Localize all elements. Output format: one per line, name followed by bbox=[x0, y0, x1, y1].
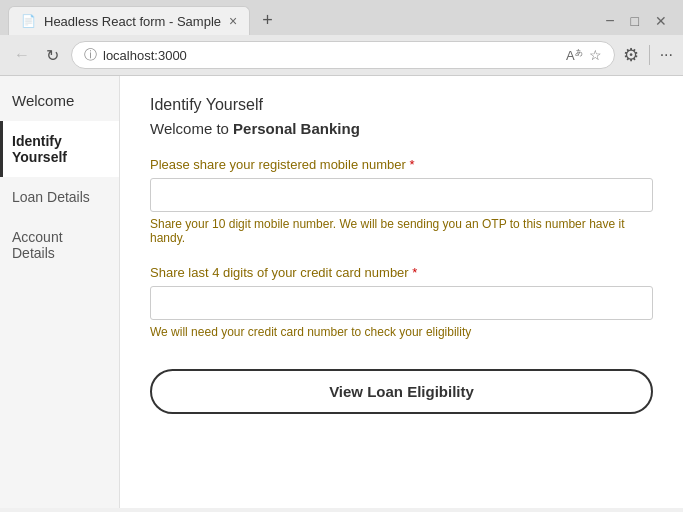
url-info-icon[interactable]: ⓘ bbox=[84, 46, 97, 64]
translate-icon[interactable]: Aあ bbox=[566, 47, 583, 63]
url-text[interactable]: localhost:3000 bbox=[103, 48, 560, 63]
back-button[interactable]: ← bbox=[10, 42, 34, 68]
subtitle-brand: Personal Banking bbox=[233, 120, 360, 137]
submit-button[interactable]: View Loan Eligibility bbox=[150, 369, 653, 414]
mobile-number-label: Please share your registered mobile numb… bbox=[150, 157, 653, 172]
new-tab-button[interactable]: + bbox=[254, 6, 281, 35]
required-star-2: * bbox=[412, 265, 417, 280]
required-star-1: * bbox=[409, 157, 414, 172]
mobile-number-input[interactable] bbox=[150, 178, 653, 212]
close-window-button[interactable]: ✕ bbox=[647, 13, 675, 29]
form-subtitle: Welcome to Personal Banking bbox=[150, 120, 653, 137]
page: Welcome Identify Yourself Loan Details A… bbox=[0, 76, 683, 508]
credit-card-hint: We will need your credit card number to … bbox=[150, 325, 653, 339]
restore-button[interactable]: □ bbox=[623, 13, 647, 29]
tab-title: Headless React form - Sample bbox=[44, 14, 221, 29]
bookmark-icon[interactable]: ☆ bbox=[589, 47, 602, 63]
sidebar-item-identify-yourself[interactable]: Identify Yourself bbox=[0, 121, 119, 177]
credit-card-input[interactable] bbox=[150, 286, 653, 320]
form-title: Identify Yourself bbox=[150, 96, 653, 114]
main-content: Identify Yourself Welcome to Personal Ba… bbox=[120, 76, 683, 508]
url-bar: ⓘ localhost:3000 Aあ ☆ bbox=[71, 41, 615, 69]
browser-menu-button[interactable]: ··· bbox=[660, 46, 673, 64]
subtitle-prefix: Welcome to bbox=[150, 120, 233, 137]
active-tab[interactable]: 📄 Headless React form - Sample × bbox=[8, 6, 250, 35]
settings-icon[interactable]: ⚙ bbox=[623, 44, 639, 66]
sidebar-item-account-details[interactable]: Account Details bbox=[0, 217, 119, 273]
reload-button[interactable]: ↻ bbox=[42, 42, 63, 69]
sidebar-header: Welcome bbox=[0, 76, 119, 121]
mobile-number-field-group: Please share your registered mobile numb… bbox=[150, 157, 653, 245]
tab-close-button[interactable]: × bbox=[229, 13, 237, 29]
sidebar: Welcome Identify Yourself Loan Details A… bbox=[0, 76, 120, 508]
credit-card-label: Share last 4 digits of your credit card … bbox=[150, 265, 653, 280]
mobile-number-hint: Share your 10 digit mobile number. We wi… bbox=[150, 217, 653, 245]
minimize-button[interactable]: − bbox=[597, 12, 622, 30]
divider bbox=[649, 45, 650, 65]
credit-card-field-group: Share last 4 digits of your credit card … bbox=[150, 265, 653, 339]
sidebar-item-loan-details[interactable]: Loan Details bbox=[0, 177, 119, 217]
tab-icon: 📄 bbox=[21, 14, 36, 28]
